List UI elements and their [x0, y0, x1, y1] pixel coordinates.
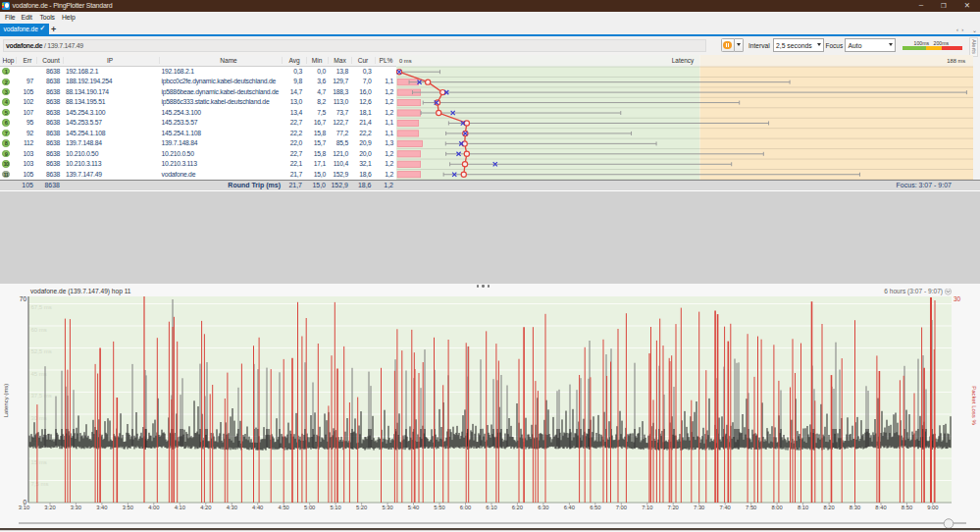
svg-text:30 ms: 30 ms: [31, 415, 47, 421]
svg-text:70: 70: [20, 295, 27, 302]
svg-text:60 ms: 60 ms: [31, 327, 47, 333]
svg-text:37,5 ms: 37,5 ms: [31, 393, 52, 399]
svg-text:vodafone.de (139.7.147.49) hop: vodafone.de (139.7.147.49) hop 11: [30, 289, 131, 295]
svg-text:Packet Loss %: Packet Loss %: [971, 386, 977, 425]
svg-text:Latency: Latency: [672, 57, 695, 65]
svg-text:188 ms: 188 ms: [947, 58, 965, 64]
svg-text:Latency (ms): Latency (ms): [3, 384, 9, 418]
svg-text:6 hours (3:07 - 9:07): 6 hours (3:07 - 9:07): [884, 289, 943, 295]
svg-text:0 ms: 0 ms: [399, 58, 412, 64]
svg-text:52,5 ms: 52,5 ms: [31, 348, 52, 354]
svg-text:30: 30: [954, 295, 961, 302]
svg-text:67,5 ms: 67,5 ms: [31, 304, 52, 310]
svg-text:15 ms: 15 ms: [31, 459, 47, 465]
svg-text:7,5 ms: 7,5 ms: [31, 481, 49, 487]
svg-text:45 ms: 45 ms: [31, 371, 47, 377]
